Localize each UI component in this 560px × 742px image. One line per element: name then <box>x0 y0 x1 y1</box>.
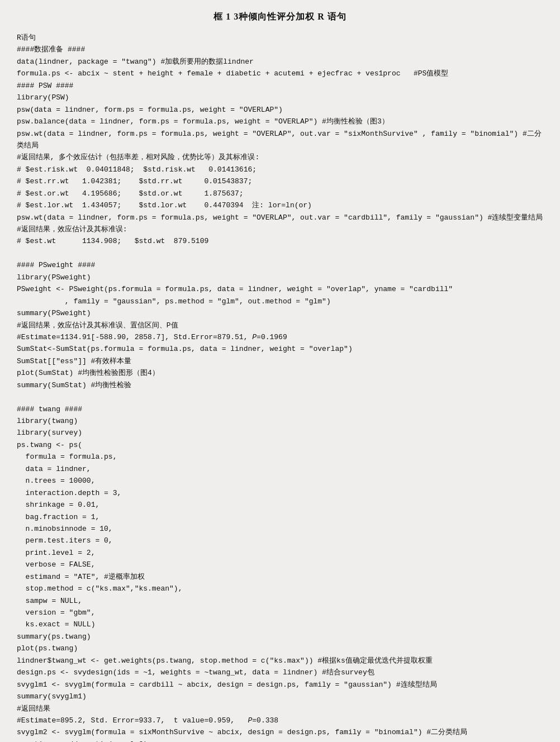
page-title: 框 1 3种倾向性评分加权 R 语句 <box>17 11 543 23</box>
page-container: 框 1 3种倾向性评分加权 R 语句 R语句 ####数据准备 #### dat… <box>0 0 560 742</box>
code-section-r: R语句 ####数据准备 #### data(lindner, package … <box>17 32 543 742</box>
